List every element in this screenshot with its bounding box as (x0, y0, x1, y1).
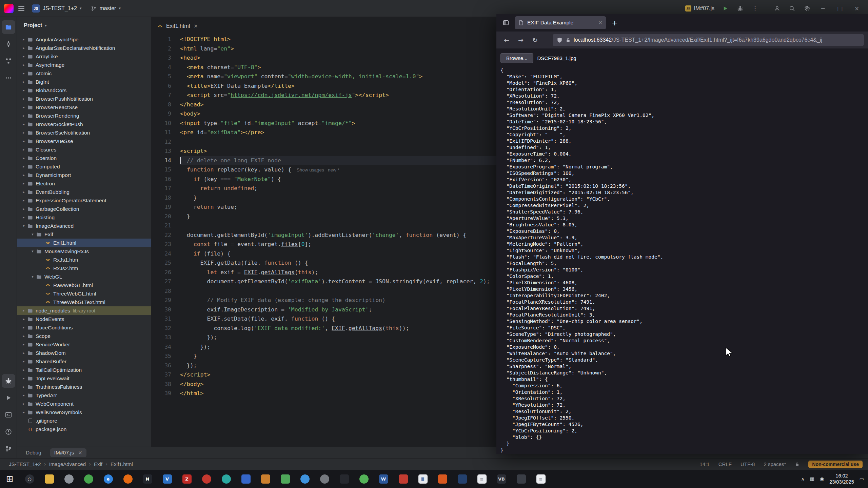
chevron-icon[interactable]: ▸ (20, 80, 27, 84)
line-number[interactable]: 8 (152, 100, 180, 109)
line-number[interactable]: 12 (152, 137, 180, 147)
tree-folder-item[interactable]: ▸SharedBuffer (17, 357, 151, 366)
tool-window-commit-button[interactable] (2, 37, 15, 51)
chevron-icon[interactable]: ▸ (20, 351, 27, 355)
line-number[interactable]: 11 (152, 128, 180, 137)
line-number[interactable]: 13 (152, 146, 180, 156)
line-number[interactable]: 38 (152, 380, 180, 389)
line-number[interactable]: 5 (152, 72, 180, 81)
tree-file-item[interactable]: {}package.json (17, 425, 151, 433)
tree-file-item[interactable]: <>ThreeWebGL.html (17, 289, 151, 298)
chevron-icon[interactable]: ▸ (20, 88, 27, 93)
tray-expand-icon[interactable]: ∧ (801, 476, 804, 482)
tree-folder-item[interactable]: ▸BlobAndCors (17, 86, 151, 95)
chevron-icon[interactable]: ▾ (20, 224, 27, 228)
license-badge[interactable]: Non-commercial use (808, 461, 863, 468)
tray-icon-1[interactable]: ▦ (810, 476, 814, 482)
line-number[interactable]: 23 (152, 240, 180, 249)
breadcrumb-item[interactable]: JS-TEST_1+2 (9, 461, 41, 467)
line-number[interactable]: 21 (152, 221, 180, 230)
line-number[interactable]: 28 (152, 286, 180, 296)
line-number[interactable]: 32 (152, 324, 180, 333)
tracking-protection-shield-icon[interactable] (557, 37, 563, 43)
browser-back-button[interactable]: ← (500, 34, 513, 46)
line-number[interactable]: 25 (152, 258, 180, 268)
tree-folder-item[interactable]: ▸BrowserVueSse (17, 137, 151, 145)
readonly-lock-icon[interactable] (795, 462, 800, 467)
filezilla-taskbar-button[interactable]: Z (177, 470, 197, 488)
line-number[interactable]: 18 (152, 193, 180, 203)
app-gray-2-taskbar-button[interactable] (315, 470, 334, 488)
firefox-view-button[interactable] (500, 17, 512, 29)
firefox-taskbar-button[interactable] (118, 470, 138, 488)
browser-reload-button[interactable]: ↻ (529, 34, 541, 46)
chevron-icon[interactable]: ▸ (20, 385, 27, 389)
app-red-taskbar-button[interactable] (197, 470, 216, 488)
chevron-icon[interactable]: ▸ (20, 215, 27, 220)
line-number[interactable]: 9 (152, 109, 180, 119)
connection-lock-icon[interactable] (566, 38, 571, 43)
line-number[interactable]: 29 (152, 296, 180, 305)
file-upload-browse-button[interactable]: Browse... (500, 53, 533, 63)
chevron-icon[interactable]: ▸ (20, 393, 27, 398)
tree-folder-item[interactable]: ▸ServiceWorker (17, 340, 151, 349)
chevron-icon[interactable]: ▸ (20, 122, 27, 126)
debug-session-tab[interactable]: IM#07.js × (50, 448, 86, 457)
tree-folder-item[interactable]: ▾Exif (17, 230, 151, 239)
app-red-2-taskbar-button[interactable] (393, 470, 413, 488)
chevron-icon[interactable]: ▸ (20, 139, 27, 143)
tree-folder-item[interactable]: ▸TailCallOptimization (17, 366, 151, 374)
editor-tab-exif1[interactable]: <> Exif1.html × (152, 19, 203, 33)
tab-close-icon[interactable]: × (598, 20, 603, 26)
document-app-taskbar-button[interactable]: ≣ (413, 470, 433, 488)
chevron-icon[interactable]: ▸ (20, 54, 27, 59)
line-number[interactable]: 33 (152, 333, 180, 342)
line-number[interactable]: 17 (152, 184, 180, 193)
tray-icon-2[interactable]: ◉ (820, 476, 824, 482)
chevron-icon[interactable]: ▸ (20, 410, 27, 414)
line-number[interactable]: 20 (152, 212, 180, 221)
chevron-icon[interactable]: ▸ (20, 207, 27, 211)
action-center-button[interactable]: ▭ (860, 476, 864, 482)
app-blue-taskbar-button[interactable] (236, 470, 256, 488)
tree-folder-item[interactable]: ▸Hoisting (17, 213, 151, 222)
tree-folder-item[interactable]: ▸WebComponent (17, 400, 151, 408)
chevron-icon[interactable]: ▸ (20, 198, 27, 203)
tool-window-version-control-button[interactable] (2, 442, 15, 455)
app-orangered-taskbar-button[interactable] (433, 470, 452, 488)
tree-folder-item[interactable]: ▸BrowserSseNotification (17, 128, 151, 137)
breadcrumb-item[interactable]: Exif1.html (111, 461, 133, 467)
tree-file-item[interactable]: <>RawWebGL.html (17, 281, 151, 289)
project-switcher[interactable]: JS JS-TEST_1+2 ▾ (29, 3, 84, 14)
chevron-icon[interactable]: ▸ (20, 46, 27, 50)
vscode-taskbar-button[interactable]: V (157, 470, 177, 488)
line-number[interactable]: 6 (152, 81, 180, 91)
browser-tab[interactable]: EXIF Data Example × (515, 16, 606, 29)
tree-file-item[interactable]: <>RxJs2.htm (17, 264, 151, 272)
notepad-2-taskbar-button[interactable]: ≡ (531, 470, 551, 488)
line-number[interactable]: 39 (152, 389, 180, 398)
tool-window-title[interactable]: Debug (26, 450, 41, 456)
notepad-taskbar-button[interactable]: ≡ (472, 470, 492, 488)
app-teal-taskbar-button[interactable] (216, 470, 236, 488)
tool-window-more-button[interactable] (2, 71, 15, 85)
chevron-icon[interactable]: ▸ (20, 368, 27, 372)
chevron-icon[interactable]: ▸ (20, 342, 27, 347)
tree-file-item[interactable]: <>RxJs1.htm (17, 256, 151, 264)
search-taskbar-button[interactable]: ○ (20, 470, 39, 488)
chevron-icon[interactable]: ▸ (20, 359, 27, 364)
app-green-3-taskbar-button[interactable] (354, 470, 374, 488)
tree-folder-item[interactable]: ▸Electron (17, 179, 151, 188)
debug-button[interactable] (733, 2, 747, 15)
tool-window-terminal-button[interactable] (2, 408, 15, 422)
file-encoding[interactable]: UTF-8 (741, 461, 755, 467)
tree-folder-item[interactable]: ▸node_moduleslibrary root (17, 306, 151, 315)
word-taskbar-button[interactable]: W (374, 470, 393, 488)
app-dark-n-taskbar-button[interactable]: N (138, 470, 157, 488)
app-dark-taskbar-button[interactable] (334, 470, 354, 488)
tab-close-icon[interactable]: × (78, 450, 82, 456)
branch-widget[interactable]: master ▾ (88, 4, 123, 13)
tree-folder-item[interactable]: ▸DynamicImport (17, 171, 151, 179)
tree-folder-item[interactable]: ▸AngularAsyncPipe (17, 35, 151, 44)
tree-folder-item[interactable]: ▾MouseMovingRxJs (17, 247, 151, 256)
